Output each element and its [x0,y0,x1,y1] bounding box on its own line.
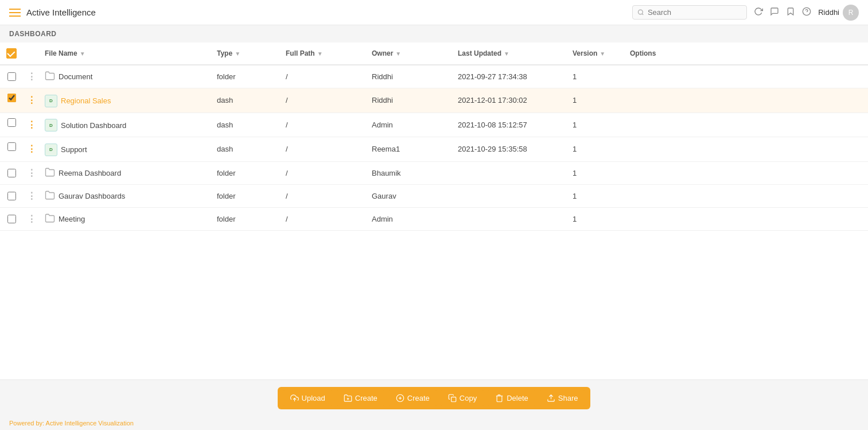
row-owner: Reema1 [367,137,453,162]
refresh-icon[interactable] [754,7,763,18]
row-fullpath: / [281,207,367,230]
row-fullpath: / [281,113,367,137]
dash-icon: D [45,119,57,131]
table-row: ⋮Documentfolder/Riddhi2021-09-27 17:34:3… [0,65,868,88]
row-owner: Riddhi [367,65,453,88]
row-fullpath: / [281,161,367,184]
row-dots-menu[interactable]: ⋮ [23,161,40,184]
row-owner: Riddhi [367,88,453,113]
row-lastupdated [453,207,568,230]
create-folder-button[interactable]: Create [336,390,386,406]
bookmark-icon[interactable] [786,7,795,18]
row-checkbox-cell[interactable] [0,113,23,132]
row-options [625,113,868,137]
row-lastupdated: 2021-12-01 17:30:02 [453,88,568,113]
copy-icon [448,394,457,402]
row-dots-menu[interactable]: ⋮ [23,88,40,113]
user-area[interactable]: Riddhi R [818,5,859,21]
table-row: ⋮Meetingfolder/Admin1 [0,207,868,230]
upload-icon [290,394,299,402]
row-checkbox[interactable] [7,192,16,200]
row-checkbox-cell[interactable] [0,67,23,86]
row-checkbox[interactable] [7,72,16,81]
share-button[interactable]: Share [539,390,586,406]
username: Riddhi [818,8,839,17]
row-checkbox[interactable] [7,94,16,102]
row-checkbox[interactable] [7,118,16,127]
copy-button[interactable]: Copy [440,390,485,406]
row-filename[interactable]: Reema Dashboard [40,162,212,184]
row-options [625,88,868,113]
bottom-toolbar: Upload Create Create Copy Delete Share [0,379,868,416]
row-checkbox[interactable] [7,169,16,177]
th-owner[interactable]: Owner ▼ [367,42,453,65]
row-checkbox-cell[interactable] [0,210,23,228]
row-version: 1 [568,161,625,184]
row-version: 1 [568,207,625,230]
row-checkbox-cell[interactable] [0,137,23,156]
delete-button[interactable]: Delete [487,390,536,406]
filename-text: Reema Dashboard [59,169,121,177]
create-dash-icon [396,394,404,402]
search-icon [637,9,644,16]
share-label: Share [558,394,578,402]
create-dash-button[interactable]: Create [388,390,438,406]
filter-lastupdated-icon[interactable]: ▼ [504,51,509,57]
th-filename[interactable]: File Name ▼ [40,42,212,65]
filter-fullpath-icon[interactable]: ▼ [317,51,323,57]
help-icon[interactable] [802,7,811,18]
table-header: File Name ▼ Type ▼ Full Path ▼ [0,42,868,65]
share-icon [547,394,555,402]
filter-filename-icon[interactable]: ▼ [80,51,85,57]
row-lastupdated: 2021-09-27 17:34:38 [453,65,568,88]
th-fullpath[interactable]: Full Path ▼ [281,42,367,65]
footer-text: Powered by: Active Intelligence Visualiz… [9,420,134,427]
row-filename[interactable]: Gaurav Dashboards [40,185,212,207]
delete-label: Delete [507,394,528,402]
row-filename[interactable]: DSolution Dashboard [40,114,212,137]
row-checkbox-cell[interactable] [0,88,23,107]
th-select-all[interactable] [0,42,23,65]
table-row: ⋮Gaurav Dashboardsfolder/Gaurav1 [0,184,868,207]
row-lastupdated [453,184,568,207]
row-checkbox[interactable] [7,142,16,151]
hamburger-menu[interactable] [9,9,21,17]
toolbar-buttons: Upload Create Create Copy Delete Share [278,387,591,409]
row-checkbox[interactable] [7,215,16,223]
row-checkbox-cell[interactable] [0,164,23,183]
row-fullpath: / [281,65,367,88]
search-box[interactable] [632,5,747,20]
app-title: Active Intelligence [26,7,96,17]
row-version: 1 [568,113,625,137]
th-version[interactable]: Version ▼ [568,42,625,65]
row-checkbox-cell[interactable] [0,187,23,206]
row-lastupdated: 2021-10-29 15:35:58 [453,137,568,162]
file-table: File Name ▼ Type ▼ Full Path ▼ [0,42,868,231]
topbar: Active Intelligence Riddhi R [0,0,868,25]
row-dots-menu[interactable]: ⋮ [23,113,40,137]
select-all-checkbox[interactable] [6,48,17,59]
filter-type-icon[interactable]: ▼ [235,51,240,57]
topbar-right: Riddhi R [632,5,859,21]
row-filename[interactable]: DSupport [40,138,212,161]
th-type[interactable]: Type ▼ [212,42,281,65]
search-input[interactable] [648,8,742,17]
row-filename[interactable]: Document [40,65,212,88]
th-lastupdated[interactable]: Last Updated ▼ [453,42,568,65]
th-options: Options [625,42,868,65]
chat-icon[interactable] [770,7,779,18]
footer: Powered by: Active Intelligence Visualiz… [0,416,868,430]
upload-label: Upload [302,394,325,402]
row-filename[interactable]: DRegional Sales [40,90,212,113]
filter-version-icon[interactable]: ▼ [600,51,605,57]
row-dots-menu[interactable]: ⋮ [23,184,40,207]
row-dots-menu[interactable]: ⋮ [23,207,40,230]
row-dots-menu[interactable]: ⋮ [23,137,40,162]
row-owner: Bhaumik [367,161,453,184]
row-filename[interactable]: Meeting [40,208,212,230]
upload-button[interactable]: Upload [282,390,333,406]
filter-owner-icon[interactable]: ▼ [395,51,401,57]
row-fullpath: / [281,184,367,207]
row-owner: Admin [367,207,453,230]
row-dots-menu[interactable]: ⋮ [23,65,40,88]
